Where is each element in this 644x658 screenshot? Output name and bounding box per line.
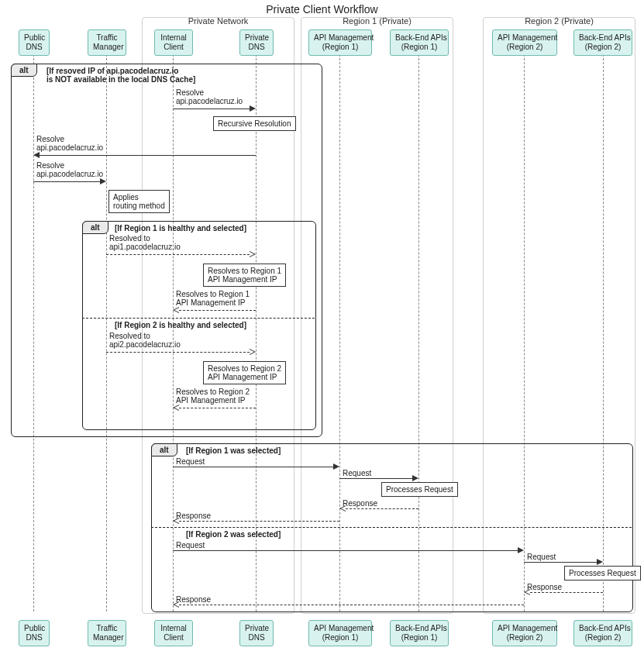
- msg-resp-be2-text: Response: [527, 583, 562, 591]
- participant-internalClient-top: Internal Client: [154, 29, 193, 56]
- msg-resolved1: Resolved to api1.pacodelacruz.io: [106, 237, 256, 259]
- msg-resp-be2: Response: [524, 583, 603, 594]
- note-proc-r2: Processes Request: [564, 566, 641, 580]
- msg-req-be1: Request: [339, 469, 418, 480]
- msg-req-r2: Request: [173, 541, 524, 552]
- msg-resp-r1-text: Response: [176, 512, 211, 520]
- group-region2-label: Region 2 (Private): [484, 16, 635, 26]
- msg-resolve2: Resolve api.pacodelacruz.io: [33, 138, 256, 160]
- msg-resp-be1: Response: [339, 499, 418, 510]
- msg-resolved2: Resolved to api2.pacodelacruz.io: [106, 335, 256, 357]
- msg-resolve1: Resolve api.pacodelacruz.io: [173, 91, 256, 113]
- msg-resolve1-text: Resolve api.pacodelacruz.io: [176, 88, 243, 105]
- msg-return1: Resolves to Region 1 API Management IP: [173, 293, 256, 315]
- msg-req-be2: Request: [524, 553, 603, 563]
- alt2-guard2: [If Region 2 is healthy and selected]: [115, 321, 246, 329]
- msg-resolve2-text: Resolve api.pacodelacruz.io: [36, 135, 103, 152]
- msg-return2-text: Resolves to Region 2 API Management IP: [176, 388, 250, 405]
- msg-resp-be1-text: Response: [343, 499, 377, 508]
- diagram-title: Private Client Workflow: [0, 3, 644, 16]
- msg-req-r1: Request: [173, 457, 339, 468]
- note-resolves1: Resolves to Region 1 API Management IP: [203, 264, 286, 287]
- alt3-guard2: [If Region 2 was selected]: [186, 530, 281, 539]
- msg-resp-r2: Response: [173, 595, 524, 606]
- participant-be2-bot: Back-End APIs (Region 2): [573, 620, 632, 646]
- msg-return2: Resolves to Region 2 API Management IP: [173, 391, 256, 412]
- participant-be2-top: Back-End APIs (Region 2): [573, 29, 632, 56]
- group-private-network-label: Private Network: [143, 16, 294, 26]
- participant-trafficManager-top: Traffic Manager: [88, 29, 126, 56]
- msg-resolve3-text: Resolve api.pacodelacruz.io: [36, 161, 103, 178]
- msg-resolved2-text: Resolved to api2.pacodelacruz.io: [109, 332, 181, 349]
- alt2-tab: alt: [82, 221, 108, 234]
- note-recursive: Recursive Resolution: [213, 116, 296, 131]
- participant-apim2-top: API Management (Region 2): [492, 29, 557, 56]
- alt1-tab: alt: [11, 64, 37, 77]
- group-region1-label: Region 1 (Private): [301, 16, 453, 26]
- diagram-root: Private Client Workflow Private Network …: [0, 0, 644, 658]
- participant-privateDNS-top: Private DNS: [239, 29, 274, 56]
- msg-req-r1-text: Request: [176, 457, 205, 466]
- participant-be1-bot: Back-End APIs (Region 1): [390, 620, 449, 646]
- participant-be1-top: Back-End APIs (Region 1): [390, 29, 449, 56]
- alt1-guard: [If resoved IP of api.pacodelacruz.io is…: [46, 67, 195, 84]
- participant-publicDNS-top: Public DNS: [19, 29, 50, 56]
- alt2-guard1: [If Region 1 is healthy and selected]: [115, 224, 246, 233]
- alt3-tab: alt: [151, 443, 177, 456]
- msg-return1-text: Resolves to Region 1 API Management IP: [176, 290, 250, 307]
- msg-resp-r1: Response: [173, 512, 339, 522]
- msg-resp-r2-text: Response: [176, 595, 211, 604]
- participant-apim1-bot: API Management (Region 1): [308, 620, 372, 646]
- participant-privateDNS-bot: Private DNS: [239, 620, 274, 646]
- msg-resolved1-text: Resolved to api1.pacodelacruz.io: [109, 234, 181, 251]
- msg-req-be2-text: Request: [527, 553, 556, 561]
- participant-apim1-top: API Management (Region 1): [308, 29, 372, 56]
- participant-internalClient-bot: Internal Client: [154, 620, 193, 646]
- alt3-guard1: [If Region 1 was selected]: [186, 446, 281, 455]
- msg-req-r2-text: Request: [176, 541, 205, 549]
- alt2-divider: [82, 318, 315, 319]
- note-applies: Applies routing method: [108, 190, 170, 213]
- msg-resolve3: Resolve api.pacodelacruz.io: [33, 164, 106, 186]
- participant-apim2-bot: API Management (Region 2): [492, 620, 557, 646]
- note-resolves2: Resolves to Region 2 API Management IP: [203, 361, 286, 384]
- msg-req-be1-text: Request: [343, 469, 371, 477]
- note-proc-r1: Processes Request: [381, 482, 458, 497]
- participant-publicDNS-bot: Public DNS: [19, 620, 50, 646]
- alt3-divider: [151, 527, 632, 528]
- participant-trafficManager-bot: Traffic Manager: [88, 620, 126, 646]
